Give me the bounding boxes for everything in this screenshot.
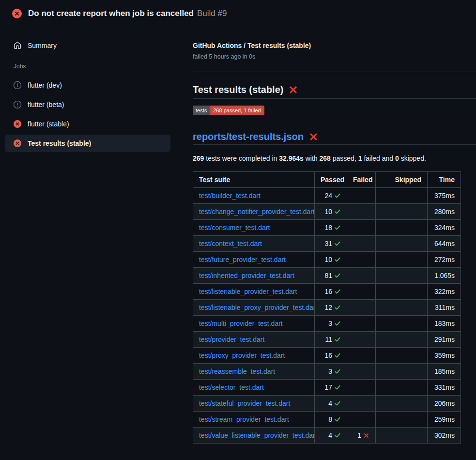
test-suite-link[interactable]: test/listenable_proxy_provider_test.dart xyxy=(199,304,315,311)
col-skipped: Skipped xyxy=(376,172,428,188)
table-row: test/value_listenable_provider_test.dart… xyxy=(193,428,461,444)
table-header-row: Test suite Passed Failed Skipped Time xyxy=(193,172,461,188)
passed-cell: 3 xyxy=(315,316,347,332)
test-suite-link[interactable]: test/future_provider_test.dart xyxy=(199,256,286,263)
test-suite-link[interactable]: test/stream_provider_test.dart xyxy=(199,415,289,423)
check-icon xyxy=(334,432,341,439)
failed-cell xyxy=(347,348,376,364)
summary-segment: 0 xyxy=(395,154,399,162)
test-suite-cell: test/context_test.dart xyxy=(193,236,315,252)
status-line: failed 5 hours ago in 0s xyxy=(193,53,476,60)
test-suite-cell: test/provider_test.dart xyxy=(193,332,315,348)
test-suite-link[interactable]: test/multi_provider_test.dart xyxy=(199,320,283,327)
table-row: test/stateful_provider_test.dart4206ms xyxy=(193,396,461,412)
test-suite-cell: test/value_listenable_provider_test.dart xyxy=(193,428,315,444)
table-row: test/builder_test.dart24375ms xyxy=(193,188,461,204)
passed-cell: 16 xyxy=(315,348,347,364)
table-row: test/listenable_provider_test.dart16322m… xyxy=(193,284,461,300)
failed-cell: 1 xyxy=(347,428,376,444)
time-cell: 359ms xyxy=(428,348,461,364)
check-icon xyxy=(334,352,341,359)
skipped-cell xyxy=(376,332,428,348)
test-suite-link[interactable]: test/inherited_provider_test.dart xyxy=(199,272,294,279)
test-suite-link[interactable]: test/value_listenable_provider_test.dart xyxy=(199,431,315,439)
check-icon xyxy=(334,304,341,311)
test-suite-cell: test/consumer_test.dart xyxy=(193,220,315,236)
test-suite-link[interactable]: test/provider_test.dart xyxy=(199,336,264,343)
sidebar-item-job[interactable]: flutter (stable) xyxy=(5,115,170,133)
tests-badge: tests 268 passed, 1 failed xyxy=(193,106,264,115)
test-suite-cell: test/proxy_provider_test.dart xyxy=(193,348,315,364)
x-circle-icon xyxy=(14,120,21,128)
test-suite-link[interactable]: test/listenable_provider_test.dart xyxy=(199,288,297,295)
time-cell: 375ms xyxy=(428,188,461,204)
home-icon xyxy=(14,42,21,49)
check-icon xyxy=(334,208,341,215)
passed-cell: 8 xyxy=(315,412,347,428)
time-cell: 302ms xyxy=(428,428,461,444)
test-suite-cell: test/selector_test.dart xyxy=(193,380,315,396)
test-suite-link[interactable]: test/reassemble_test.dart xyxy=(199,368,275,375)
test-suite-link[interactable]: test/context_test.dart xyxy=(199,240,262,247)
test-suite-cell: test/reassemble_test.dart xyxy=(193,364,315,380)
x-icon xyxy=(363,432,369,439)
failed-cell xyxy=(347,412,376,428)
time-cell: 1.065s xyxy=(428,268,461,284)
breadcrumb: GitHub Actions / Test results (stable) xyxy=(193,42,476,49)
build-number: Build #9 xyxy=(197,8,227,19)
col-failed: Failed xyxy=(347,172,376,188)
failed-cell xyxy=(347,396,376,412)
test-suite-cell: test/builder_test.dart xyxy=(193,188,315,204)
time-cell: 183ms xyxy=(428,316,461,332)
table-row: test/future_provider_test.dart10272ms xyxy=(193,252,461,268)
test-suite-link[interactable]: test/consumer_test.dart xyxy=(199,224,270,231)
sidebar: Summary Jobs flutter (dev)flutter (beta)… xyxy=(0,37,189,444)
test-suite-link[interactable]: test/stateful_provider_test.dart xyxy=(199,399,290,407)
summary-sentence: 269 tests were completed in 32.964s with… xyxy=(193,154,476,162)
failed-cell xyxy=(347,204,376,220)
test-suite-cell: test/listenable_proxy_provider_test.dart xyxy=(193,300,315,316)
table-row: test/consumer_test.dart18324ms xyxy=(193,220,461,236)
summary-segment: 1 xyxy=(358,154,362,162)
skipped-cell xyxy=(376,236,428,252)
check-icon xyxy=(334,320,341,327)
test-suite-link[interactable]: test/proxy_provider_test.dart xyxy=(199,352,285,359)
passed-cell: 17 xyxy=(315,380,347,396)
skipped-cell xyxy=(376,268,428,284)
test-suite-cell: test/stateful_provider_test.dart xyxy=(193,396,315,412)
section-title-text: Test results (stable) xyxy=(193,84,283,95)
time-cell: 311ms xyxy=(428,300,461,316)
x-circle-icon xyxy=(12,9,22,18)
test-suite-link[interactable]: test/change_notifier_provider_test.dart xyxy=(199,208,315,215)
sidebar-item-summary[interactable]: Summary xyxy=(5,37,170,54)
time-cell: 331ms xyxy=(428,380,461,396)
test-suite-link[interactable]: test/builder_test.dart xyxy=(199,192,261,199)
check-icon xyxy=(334,192,341,199)
col-test-suite: Test suite xyxy=(193,172,315,188)
skipped-cell xyxy=(376,396,428,412)
test-suite-link[interactable]: test/selector_test.dart xyxy=(199,383,264,391)
time-cell: 291ms xyxy=(428,332,461,348)
check-icon xyxy=(334,384,341,391)
failed-cell xyxy=(347,268,376,284)
sidebar-item-job[interactable]: Test results (stable) xyxy=(5,135,170,152)
sidebar-item-job[interactable]: flutter (beta) xyxy=(5,96,170,113)
failed-cell xyxy=(347,188,376,204)
x-icon xyxy=(289,85,298,94)
passed-cell: 18 xyxy=(315,220,347,236)
time-cell: 185ms xyxy=(428,364,461,380)
table-row: test/proxy_provider_test.dart16359ms xyxy=(193,348,461,364)
passed-cell: 12 xyxy=(315,300,347,316)
failed-cell xyxy=(347,364,376,380)
test-results-table: Test suite Passed Failed Skipped Time te… xyxy=(193,171,461,444)
table-row: test/change_notifier_provider_test.dart1… xyxy=(193,204,461,220)
time-cell: 322ms xyxy=(428,284,461,300)
failed-cell xyxy=(347,220,376,236)
test-suite-cell: test/multi_provider_test.dart xyxy=(193,316,315,332)
report-file-link[interactable]: reports/test-results.json xyxy=(193,131,304,142)
test-suite-cell: test/inherited_provider_test.dart xyxy=(193,268,315,284)
x-icon xyxy=(309,132,318,141)
job-label: flutter (stable) xyxy=(28,120,69,128)
sidebar-item-job[interactable]: flutter (dev) xyxy=(5,77,170,94)
test-suite-cell: test/listenable_provider_test.dart xyxy=(193,284,315,300)
